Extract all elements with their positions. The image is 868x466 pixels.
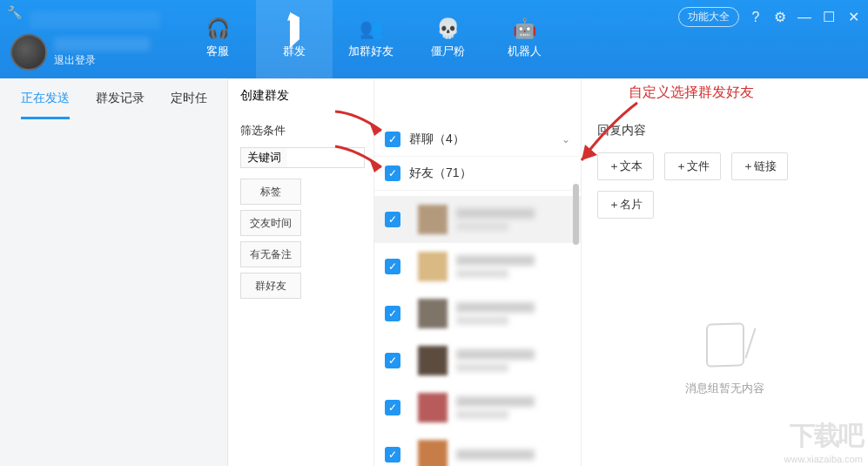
help-icon[interactable]: ? bbox=[748, 10, 764, 25]
friend-name-blurred bbox=[456, 208, 535, 219]
friend-name-blurred bbox=[456, 449, 535, 460]
tab-sending[interactable]: 正在发送 bbox=[21, 91, 70, 119]
empty-state: 消息组暂无内容 bbox=[597, 323, 852, 396]
friend-sub-blurred bbox=[456, 269, 508, 278]
watermark-text: 下载吧 bbox=[790, 418, 863, 454]
nav-customer-service[interactable]: 客服 bbox=[179, 0, 256, 78]
checkbox-checked-icon[interactable] bbox=[385, 447, 400, 463]
chip-text[interactable]: ＋文本 bbox=[597, 152, 654, 180]
nav-bulk-send[interactable]: 群发 bbox=[256, 0, 333, 78]
keyword-label: 关键词 bbox=[240, 147, 287, 168]
chip-card[interactable]: ＋名片 bbox=[597, 191, 654, 219]
avatar[interactable] bbox=[10, 34, 47, 71]
filter-tag-button[interactable]: 标签 bbox=[240, 179, 301, 205]
friend-name-blurred bbox=[456, 302, 535, 313]
friend-sub-blurred bbox=[456, 363, 508, 372]
checkbox-checked-icon[interactable] bbox=[385, 132, 400, 147]
headset-icon bbox=[206, 19, 230, 38]
checkbox-checked-icon[interactable] bbox=[385, 353, 400, 368]
friend-name-blurred bbox=[456, 349, 535, 360]
friend-item[interactable] bbox=[374, 384, 581, 431]
friends-label: 好友（71） bbox=[409, 165, 472, 181]
friend-sub-blurred bbox=[456, 410, 508, 419]
empty-state-text: 消息组暂无内容 bbox=[685, 381, 764, 396]
selection-column: 群聊（4） ⌄ 好友（71） bbox=[374, 79, 582, 466]
filter-friend-time-button[interactable]: 交友时间 bbox=[240, 210, 301, 236]
checkbox-checked-icon[interactable] bbox=[385, 212, 400, 227]
username-blurred bbox=[54, 37, 150, 51]
logout-link[interactable]: 退出登录 bbox=[54, 53, 150, 68]
friend-avatar-blurred bbox=[418, 346, 447, 375]
left-tabs: 正在发送 群发记录 定时任 bbox=[0, 78, 227, 119]
create-broadcast-panel: 创建群发 筛选条件 关键词 标签 交友时间 有无备注 群好友 群聊（4） ⌄ 好… bbox=[228, 78, 868, 466]
robot-icon bbox=[513, 19, 536, 38]
checkbox-checked-icon[interactable] bbox=[385, 259, 400, 274]
skull-icon bbox=[436, 19, 460, 38]
tab-history[interactable]: 群发记录 bbox=[96, 91, 145, 119]
wrench-icon: 🔧 bbox=[7, 5, 22, 19]
friend-avatar-blurred bbox=[418, 205, 447, 234]
watermark-url: www.xiazaiba.com bbox=[784, 454, 863, 464]
filter-column: 创建群发 筛选条件 关键词 标签 交友时间 有无备注 群好友 bbox=[228, 79, 374, 466]
watermark: 下载吧 www.xiazaiba.com bbox=[784, 418, 863, 464]
maximize-icon[interactable]: ☐ bbox=[821, 10, 837, 25]
chip-file[interactable]: ＋文件 bbox=[664, 152, 721, 180]
gear-icon[interactable]: ⚙ bbox=[772, 10, 788, 25]
friend-name-blurred bbox=[456, 255, 535, 266]
friend-item[interactable] bbox=[374, 243, 581, 290]
friend-item[interactable] bbox=[374, 290, 581, 337]
close-icon[interactable]: ✕ bbox=[845, 10, 861, 25]
chip-link[interactable]: ＋链接 bbox=[731, 152, 788, 180]
filter-title: 筛选条件 bbox=[240, 123, 365, 138]
checkbox-checked-icon[interactable] bbox=[385, 306, 400, 321]
content-chip-row: ＋文本 ＋文件 ＋链接 ＋名片 bbox=[597, 152, 852, 219]
friend-avatar-blurred bbox=[418, 393, 447, 422]
feature-pill[interactable]: 功能大全 bbox=[678, 7, 739, 27]
friend-avatar-blurred bbox=[418, 299, 447, 328]
friend-sub-blurred bbox=[456, 222, 508, 231]
friend-sub-blurred bbox=[456, 316, 508, 325]
keyword-input[interactable] bbox=[287, 147, 365, 168]
annotation-text: 自定义选择群发好友 bbox=[629, 84, 754, 102]
group-chat-label: 群聊（4） bbox=[409, 132, 465, 147]
friend-avatar-blurred bbox=[418, 252, 447, 281]
group-chat-toggle[interactable]: 群聊（4） ⌄ bbox=[374, 123, 581, 157]
nav-label: 僵尸粉 bbox=[431, 44, 465, 59]
filter-group-friend-button[interactable]: 群好友 bbox=[240, 273, 301, 299]
title-bar: 🔧 退出登录 客服 群发 加群好友 僵尸粉 机器人 bbox=[0, 0, 868, 78]
paper-plane-icon bbox=[290, 19, 299, 38]
reply-content-column: 回复内容 ＋文本 ＋文件 ＋链接 ＋名片 消息组暂无内容 bbox=[582, 79, 868, 466]
filter-has-remark-button[interactable]: 有无备注 bbox=[240, 241, 301, 267]
friend-list[interactable] bbox=[374, 191, 581, 466]
checkbox-checked-icon[interactable] bbox=[385, 165, 400, 181]
checkbox-checked-icon[interactable] bbox=[385, 400, 400, 415]
title-user-section: 退出登录 bbox=[0, 0, 165, 78]
chevron-down-icon: ⌄ bbox=[562, 133, 570, 145]
scrollbar-thumb[interactable] bbox=[573, 184, 579, 245]
friend-item[interactable] bbox=[374, 337, 581, 384]
nav-zombie-fans[interactable]: 僵尸粉 bbox=[409, 0, 486, 78]
nav-label: 加群好友 bbox=[348, 44, 394, 59]
nav-add-group-friend[interactable]: 加群好友 bbox=[333, 0, 409, 78]
tab-schedule[interactable]: 定时任 bbox=[171, 91, 207, 119]
app-title-blurred bbox=[30, 11, 160, 29]
friends-toggle[interactable]: 好友（71） bbox=[374, 157, 581, 191]
minimize-icon[interactable]: — bbox=[797, 10, 812, 25]
friend-name-blurred bbox=[456, 396, 535, 407]
nav-label: 客服 bbox=[206, 44, 229, 59]
friend-item[interactable] bbox=[374, 196, 581, 243]
titlebar-controls: 功能大全 ? ⚙ — ☐ ✕ bbox=[678, 7, 861, 27]
add-friend-icon bbox=[360, 19, 383, 38]
empty-note-icon bbox=[706, 322, 744, 368]
modal-title: 创建群发 bbox=[240, 88, 289, 104]
left-background-panel: 正在发送 群发记录 定时任 bbox=[0, 78, 228, 466]
nav-label: 机器人 bbox=[508, 44, 542, 59]
friend-avatar-blurred bbox=[418, 440, 447, 466]
nav-robot[interactable]: 机器人 bbox=[486, 0, 562, 78]
friend-item[interactable] bbox=[374, 431, 581, 466]
reply-title: 回复内容 bbox=[597, 123, 852, 138]
